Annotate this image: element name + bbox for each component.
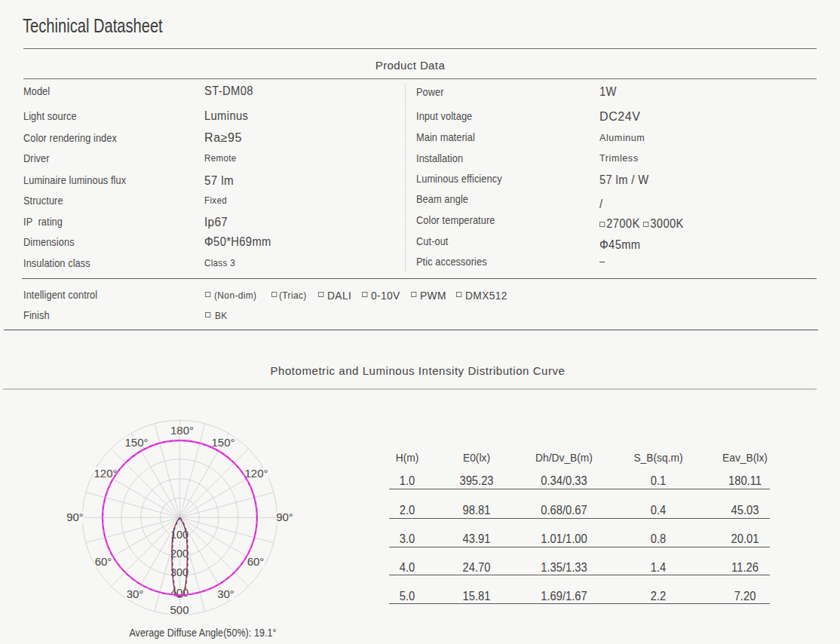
svg-text:500: 500 xyxy=(170,603,189,616)
svg-text:60°: 60° xyxy=(247,555,265,568)
svg-text:120°: 120° xyxy=(244,467,268,480)
svg-text:90°: 90° xyxy=(276,511,293,523)
svg-text:180°: 180° xyxy=(170,424,194,437)
svg-text:30°: 30° xyxy=(127,587,144,600)
svg-text:90°: 90° xyxy=(66,511,84,523)
svg-text:30°: 30° xyxy=(217,587,235,600)
svg-text:200: 200 xyxy=(170,547,189,560)
svg-text:60°: 60° xyxy=(95,555,112,568)
svg-text:150°: 150° xyxy=(124,436,148,449)
svg-text:150°: 150° xyxy=(211,436,235,449)
